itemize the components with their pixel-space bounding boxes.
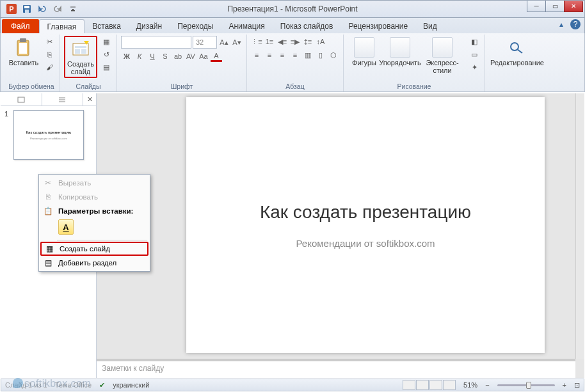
group-slides: Создать слайд ▦ ↺ ▤ Слайды: [60, 35, 117, 91]
slides-tab[interactable]: [1, 93, 42, 106]
text-direction-icon[interactable]: ↕A: [315, 36, 326, 47]
maximize-button[interactable]: ▭: [545, 1, 565, 12]
indent-inc-icon[interactable]: ≡▶: [289, 36, 301, 47]
slideshow-view-button[interactable]: [443, 380, 456, 390]
align-left-icon[interactable]: ≡: [251, 49, 262, 61]
zoom-slider[interactable]: [497, 384, 555, 386]
tab-insert[interactable]: Вставка: [84, 19, 129, 33]
zoom-out-icon[interactable]: −: [485, 381, 489, 389]
redo-icon[interactable]: [51, 3, 65, 15]
save-icon[interactable]: [20, 3, 34, 15]
font-name-combo[interactable]: [121, 36, 191, 49]
spacing-icon[interactable]: AV: [185, 51, 196, 62]
arrange-button[interactable]: Упорядочить: [383, 36, 417, 68]
shadow-icon[interactable]: ab: [172, 51, 184, 62]
close-button[interactable]: ✕: [564, 1, 583, 12]
paste-button[interactable]: Вставить: [7, 36, 40, 68]
justify-icon[interactable]: ≡: [289, 49, 301, 61]
cm-new-slide[interactable]: ▦ Создать слайд: [40, 242, 148, 256]
notes-pane[interactable]: Заметки к слайду: [97, 359, 575, 378]
undo-icon[interactable]: [35, 3, 49, 15]
qat-customize-icon[interactable]: [66, 3, 80, 15]
underline-icon[interactable]: Ч: [147, 51, 158, 62]
paste-option-keep-text[interactable]: A: [58, 219, 74, 235]
cm-cut: ✂ Вырезать: [40, 176, 148, 190]
slide-subtitle[interactable]: Рекомендации от softikbox.com: [296, 238, 435, 249]
numbering-icon[interactable]: 1≡: [264, 36, 275, 47]
font-size-combo[interactable]: 32: [193, 36, 217, 49]
language-indicator[interactable]: украинский: [113, 381, 149, 389]
bullets-icon[interactable]: ⋮≡: [251, 36, 262, 47]
reading-view-button[interactable]: [429, 380, 442, 390]
tab-transitions[interactable]: Переходы: [170, 19, 221, 33]
svg-rect-13: [18, 97, 24, 102]
cut-icon[interactable]: ✂: [43, 36, 56, 47]
svg-rect-8: [75, 49, 80, 54]
editing-button[interactable]: Редактирование: [489, 36, 545, 68]
align-center-icon[interactable]: ≡: [264, 49, 275, 61]
tab-view[interactable]: Вид: [415, 19, 445, 33]
grow-font-icon[interactable]: A▴: [218, 36, 230, 48]
bold-icon[interactable]: Ж: [121, 51, 132, 62]
slide-canvas[interactable]: Как создать презентацию Рекомендации от …: [186, 97, 545, 353]
svg-line-12: [517, 49, 522, 53]
file-tab[interactable]: Файл: [2, 19, 39, 33]
format-painter-icon[interactable]: 🖌: [43, 61, 56, 73]
vertical-scrollbar[interactable]: [575, 93, 584, 359]
group-paragraph: ⋮≡ 1≡ ◀≡ ≡▶ ‡≡ ↕A ≡ ≡ ≡ ≡ ▥ ▯ ⬡ Абзац: [247, 35, 344, 91]
quick-styles-button[interactable]: Экспресс-стили: [419, 36, 465, 75]
copy-icon: ⎘: [43, 192, 53, 202]
shape-outline-icon[interactable]: ▭: [468, 49, 481, 60]
outline-tab[interactable]: [42, 93, 84, 106]
group-clipboard: Вставить ✂ ⎘ 🖌 Буфер обмена: [3, 35, 60, 91]
align-text-icon[interactable]: ▯: [315, 49, 326, 61]
layout-icon[interactable]: ▦: [100, 36, 113, 47]
shape-fill-icon[interactable]: ◧: [468, 36, 481, 47]
group-editing: Редактирование: [485, 35, 549, 91]
tab-animation[interactable]: Анимация: [221, 19, 272, 33]
tab-design[interactable]: Дизайн: [129, 19, 170, 33]
slide-thumbnail[interactable]: 1 Как создать презентацию Рекомендации о…: [4, 110, 92, 160]
normal-view-button[interactable]: [403, 380, 415, 390]
reset-icon[interactable]: ↺: [100, 49, 113, 60]
slide-count: Слайд 1 из 1: [5, 381, 47, 389]
shrink-font-icon[interactable]: A▾: [231, 36, 243, 48]
case-icon[interactable]: Aa: [198, 51, 209, 62]
columns-icon[interactable]: ▥: [302, 49, 314, 61]
spell-check-icon[interactable]: ✔: [99, 381, 105, 389]
svg-rect-1: [24, 6, 29, 8]
tab-slideshow[interactable]: Показ слайдов: [273, 19, 341, 33]
zoom-in-icon[interactable]: +: [563, 381, 566, 389]
fit-window-icon[interactable]: ⊡: [574, 381, 580, 389]
italic-icon[interactable]: К: [134, 51, 145, 62]
svg-rect-5: [19, 43, 27, 54]
shapes-button[interactable]: Фигуры: [348, 36, 381, 68]
line-spacing-icon[interactable]: ‡≡: [302, 36, 314, 47]
zoom-level[interactable]: 51%: [463, 381, 477, 389]
cm-add-section[interactable]: ▤ Добавить раздел: [40, 256, 148, 270]
svg-rect-4: [20, 38, 26, 42]
close-panel-icon[interactable]: ✕: [83, 93, 96, 106]
strike-icon[interactable]: S: [159, 51, 171, 62]
minimize-ribbon-icon[interactable]: ▴: [556, 19, 566, 29]
cm-paste-options-header: 📋 Параметры вставки:: [40, 204, 148, 218]
help-icon[interactable]: ?: [570, 19, 581, 29]
tab-home[interactable]: Главная: [39, 19, 85, 33]
cm-copy: ⎘ Копировать: [40, 190, 148, 204]
font-color-icon[interactable]: A: [211, 51, 222, 62]
copy-icon[interactable]: ⎘: [43, 49, 56, 60]
app-menu-icon[interactable]: P: [4, 3, 19, 15]
slide-title[interactable]: Как создать презентацию: [260, 202, 471, 223]
clipboard-icon: 📋: [43, 206, 53, 216]
new-slide-button[interactable]: Создать слайд: [64, 36, 97, 78]
titlebar: P Презентация1 - Microsoft PowerPoint ─ …: [0, 0, 585, 18]
slide-editor[interactable]: Как создать презентацию Рекомендации от …: [97, 93, 584, 378]
sorter-view-button[interactable]: [416, 380, 429, 390]
section-icon[interactable]: ▤: [100, 61, 113, 73]
tab-review[interactable]: Рецензирование: [341, 19, 415, 33]
indent-dec-icon[interactable]: ◀≡: [276, 36, 288, 47]
smartart-icon[interactable]: ⬡: [328, 49, 339, 61]
shape-effects-icon[interactable]: ✦: [468, 61, 481, 73]
minimize-button[interactable]: ─: [527, 1, 546, 12]
align-right-icon[interactable]: ≡: [276, 49, 288, 61]
